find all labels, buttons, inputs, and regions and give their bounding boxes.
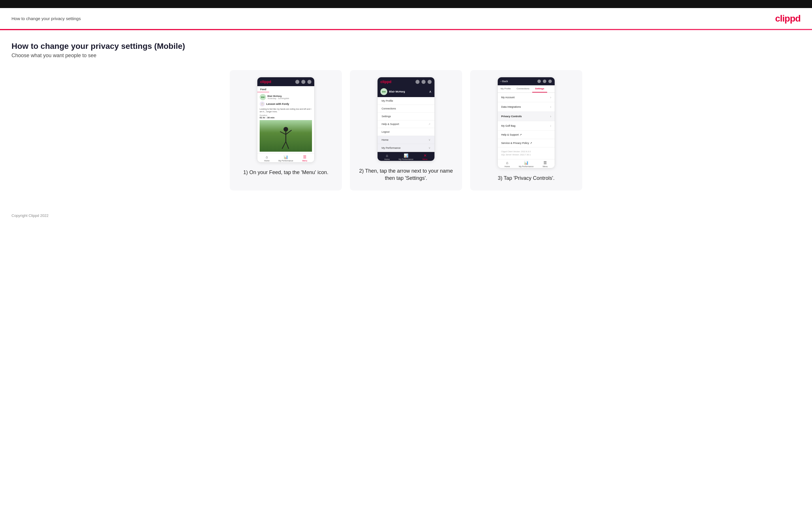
step-caption-2: 2) Then, tap the arrow next to your name…: [357, 167, 455, 182]
footer: Copyright Clippd 2022: [0, 208, 812, 223]
feed-user-name: Blair McHarg: [267, 95, 289, 97]
feed-user-sub: Yesterday · Sunningdale: [267, 97, 289, 99]
performance-label-1: My Performance: [278, 160, 293, 162]
step-caption-1: 1) On your Feed, tap the 'Menu' icon.: [243, 169, 328, 176]
settings-item-help[interactable]: Help & Support ↗: [498, 131, 555, 139]
settings-back-row: ‹ Back: [498, 77, 555, 85]
feed-duration-label: Duration: [260, 114, 312, 116]
settings-item-my-golf-bag[interactable]: My Golf Bag ›: [498, 121, 555, 131]
nav-menu-3: ☰ Menu: [536, 161, 555, 167]
nav-home-1: ⌂ Home: [257, 155, 276, 162]
settings-icon-2: [427, 80, 432, 84]
menu-icon-1: ☰: [303, 155, 306, 159]
nav-home-2: ⌂ Home: [377, 153, 397, 160]
feed-avatar: BM: [260, 94, 266, 100]
nav-home-3: ⌂ Home: [498, 161, 517, 167]
page-heading: How to change your privacy settings (Mob…: [11, 42, 801, 51]
settings-item-privacy-controls-label: Privacy Controls: [501, 115, 522, 118]
home-label-3: Home: [505, 165, 510, 167]
feed-lesson-row: 📋 Lesson with Fordy: [260, 101, 312, 107]
arrow-data-integrations: ›: [550, 105, 551, 109]
close-icon-2: ✕: [423, 153, 427, 158]
tab-settings[interactable]: Settings: [532, 85, 547, 93]
footer-copyright: Copyright Clippd 2022: [11, 213, 49, 218]
performance-label-2: My Performance: [399, 158, 413, 160]
menu-user-row: BM Blair McHarg ∧: [377, 86, 435, 97]
menu-avatar: BM: [380, 88, 387, 95]
phone-logo-1: clippd: [260, 79, 271, 84]
logo: clippd: [775, 13, 801, 24]
settings-item-my-account[interactable]: My Account ›: [498, 93, 555, 102]
home-label-1: Home: [264, 160, 270, 162]
feed-golf-image: [260, 120, 312, 152]
settings-item-my-account-label: My Account: [501, 96, 515, 99]
golfer-svg: [276, 126, 296, 152]
nav-performance-1: 📊 My Performance: [276, 155, 295, 162]
version-line-1: Clippd Client Version: 2022.8.3-3: [501, 150, 551, 153]
user-icon-1: [301, 80, 305, 84]
header-title: How to change your privacy settings: [11, 16, 81, 21]
phone-mock-3: ‹ Back My Profile Connections Settings: [498, 77, 555, 168]
arrow-my-account: ›: [550, 95, 551, 99]
lesson-icon: 📋: [260, 101, 265, 107]
performance-label-3: My Performance: [519, 165, 534, 167]
phone-icons-1: [295, 80, 311, 84]
feed-desc: Looking to feel like my hands are exitin…: [260, 108, 312, 113]
settings-item-service-privacy[interactable]: Service & Privacy Policy ↗: [498, 139, 555, 147]
menu-label-3: Menu: [543, 165, 548, 167]
step-card-3: ‹ Back My Profile Connections Settings: [470, 70, 582, 190]
nav-menu-close-2: ✕ Menu: [415, 153, 435, 160]
menu-user-info: BM Blair McHarg: [380, 88, 405, 95]
menu-section-performance: My Performance ∨: [377, 144, 435, 152]
settings-list: My Account › Data Integrations › Privacy…: [498, 93, 555, 159]
settings-item-my-golf-bag-label: My Golf Bag: [501, 124, 515, 127]
menu-label-2: Menu: [422, 158, 427, 160]
arrow-my-golf-bag: ›: [550, 124, 551, 128]
menu-section-home: Home ∨: [377, 136, 435, 144]
chevron-home: ∨: [428, 138, 430, 141]
svg-line-4: [282, 142, 286, 149]
search-icon-3: [538, 79, 541, 83]
step-card-1: clippd Feed BM Blair McHa: [230, 70, 342, 190]
settings-item-privacy-controls[interactable]: Privacy Controls ›: [498, 112, 555, 121]
chevron-performance: ∨: [428, 146, 430, 149]
feed-user-row: BM Blair McHarg Yesterday · Sunningdale: [260, 94, 312, 100]
feed-lesson-title: Lesson with Fordy: [266, 103, 289, 105]
user-icon-2: [421, 80, 425, 84]
steps-row: clippd Feed BM Blair McHa: [11, 70, 801, 190]
settings-icon-1: [307, 80, 311, 84]
home-icon-3: ⌂: [506, 161, 508, 165]
feed-user-info: Blair McHarg Yesterday · Sunningdale: [267, 95, 289, 99]
menu-item-help: Help & Support: [377, 120, 435, 128]
nav-performance-2: 📊 My Performance: [397, 153, 415, 160]
settings-item-service-privacy-label: Service & Privacy Policy ↗: [501, 142, 532, 145]
feed-content: BM Blair McHarg Yesterday · Sunningdale …: [257, 92, 314, 153]
settings-item-data-integrations[interactable]: Data Integrations ›: [498, 102, 555, 112]
phone-nav-dark-1: clippd: [257, 77, 314, 86]
svg-point-0: [284, 127, 288, 131]
home-icon-1: ⌂: [266, 155, 268, 159]
tab-connections[interactable]: Connections: [514, 85, 532, 93]
phone-nav-dark-2: clippd: [377, 77, 435, 86]
menu-icon-3: ☰: [544, 161, 547, 165]
phone-mock-1: clippd Feed BM Blair McHa: [257, 77, 314, 163]
search-icon-1: [295, 80, 299, 84]
back-button: ‹ Back: [501, 80, 508, 83]
header: How to change your privacy settings clip…: [0, 8, 812, 30]
nav-menu-1: ☰ Menu: [295, 155, 314, 162]
tab-my-profile[interactable]: My Profile: [498, 85, 514, 93]
menu-username: Blair McHarg: [389, 90, 405, 93]
settings-item-help-label: Help & Support ↗: [501, 133, 522, 136]
phone-bottom-nav-2: ⌂ Home 📊 My Performance ✕ Menu: [377, 152, 435, 161]
settings-version: Clippd Client Version: 2022.8.3-3 SQL Se…: [498, 147, 555, 159]
nav-performance-3: 📊 My Performance: [517, 161, 536, 167]
performance-icon-2: 📊: [404, 153, 408, 158]
home-icon-2: ⌂: [386, 153, 388, 158]
step-card-2: clippd BM Blair McHarg ∧: [350, 70, 462, 190]
menu-item-connections: Connections: [377, 105, 435, 113]
menu-item-profile: My Profile: [377, 97, 435, 105]
phone-bottom-nav-3: ⌂ Home 📊 My Performance ☰ Menu: [498, 159, 555, 168]
page-subheading: Choose what you want people to see: [11, 53, 801, 59]
settings-item-data-integrations-label: Data Integrations: [501, 105, 521, 108]
svg-line-2: [280, 131, 286, 134]
